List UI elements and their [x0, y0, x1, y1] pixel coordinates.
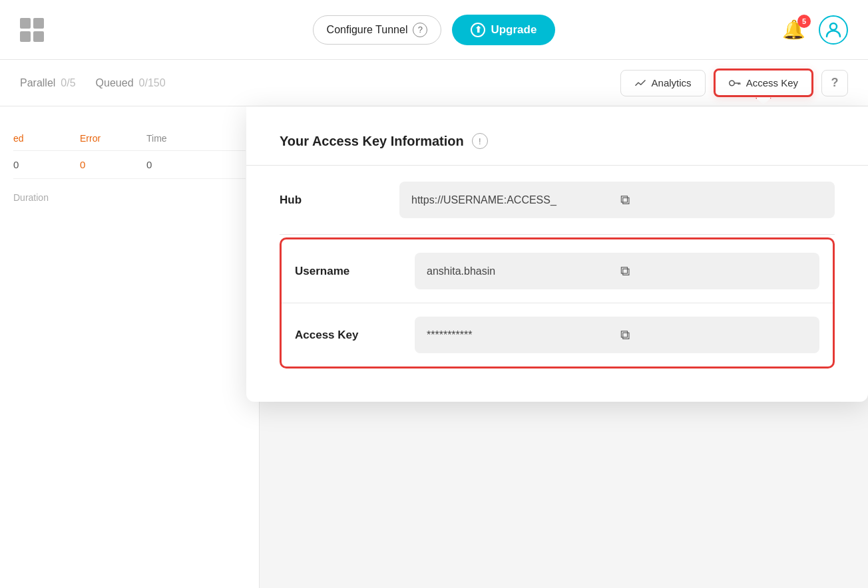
- queued-label: Queued: [96, 77, 134, 89]
- col-error-header: ed: [13, 133, 67, 144]
- grid-cell-3: [20, 31, 31, 42]
- help-button[interactable]: ?: [821, 70, 848, 96]
- username-label: Username: [295, 265, 388, 278]
- access-key-label: Access Key: [746, 77, 798, 88]
- header-left: [20, 18, 44, 42]
- parallel-value: 0/5: [61, 77, 75, 89]
- access-key-button[interactable]: Access Key: [714, 69, 813, 97]
- col-ed-value: 0: [13, 159, 67, 170]
- panel-title-row: Your Access Key Information !: [280, 133, 835, 149]
- upgrade-label: Upgrade: [491, 23, 537, 37]
- access-key-panel: Your Access Key Information ! Hub https:…: [246, 106, 868, 402]
- configure-tunnel-help-icon: ?: [413, 23, 427, 37]
- user-avatar[interactable]: [819, 15, 848, 45]
- col-error-label: Error: [80, 133, 133, 144]
- header-right: 🔔 5: [782, 15, 848, 45]
- header-center: Configure Tunnel ? ⬆ Upgrade: [313, 15, 556, 45]
- left-panel: ed Error Time 0 0 0 Duration: [0, 106, 260, 588]
- access-key-row: Access Key *********** ⧉: [282, 303, 833, 367]
- access-key-value-container: *********** ⧉: [415, 317, 819, 353]
- parallel-stat: Parallel 0/5: [20, 77, 76, 89]
- toolbar-stats: Parallel 0/5 Queued 0/150: [20, 77, 166, 89]
- notification-badge: 5: [797, 15, 811, 28]
- svg-point-1: [729, 80, 734, 86]
- configure-tunnel-button[interactable]: Configure Tunnel ?: [313, 15, 442, 45]
- username-value: anshita.bhasin: [427, 265, 612, 277]
- hub-value: https://USERNAME:ACCESS_: [411, 194, 612, 206]
- analytics-label: Analytics: [652, 77, 692, 88]
- panel-title: Your Access Key Information: [280, 134, 464, 149]
- table-data-row: 0 0 0: [13, 151, 246, 179]
- panel-info-icon[interactable]: !: [472, 133, 488, 149]
- notification-button[interactable]: 🔔 5: [782, 19, 805, 41]
- user-icon: [823, 20, 843, 40]
- access-key-copy-icon[interactable]: ⧉: [619, 326, 807, 344]
- svg-point-0: [830, 23, 837, 30]
- toolbar: Parallel 0/5 Queued 0/150 Analytics Acce…: [0, 60, 868, 106]
- duration-row: Duration: [13, 179, 246, 203]
- grid-cell-2: [33, 18, 44, 29]
- access-key-field-label: Access Key: [295, 329, 388, 342]
- main-content: ed Error Time 0 0 0 Duration Your Access…: [0, 106, 868, 588]
- help-icon: ?: [831, 76, 839, 90]
- col-time-label: Time: [146, 133, 200, 144]
- highlighted-section: Username anshita.bhasin ⧉ Access Key ***…: [280, 237, 835, 368]
- hub-label: Hub: [280, 194, 373, 207]
- header: Configure Tunnel ? ⬆ Upgrade 🔔 5: [0, 0, 868, 60]
- grid-icon[interactable]: [20, 18, 44, 42]
- username-value-container: anshita.bhasin ⧉: [415, 253, 819, 289]
- hub-copy-icon[interactable]: ⧉: [619, 191, 823, 209]
- grid-cell-4: [33, 31, 44, 42]
- hub-value-container: https://USERNAME:ACCESS_ ⧉: [399, 182, 835, 218]
- grid-cell-1: [20, 18, 31, 29]
- analytics-icon: [634, 77, 646, 89]
- username-row: Username anshita.bhasin ⧉: [282, 239, 833, 303]
- upgrade-button[interactable]: ⬆ Upgrade: [452, 15, 555, 45]
- hub-row: Hub https://USERNAME:ACCESS_ ⧉: [280, 166, 835, 235]
- key-icon: [729, 78, 741, 88]
- configure-tunnel-label: Configure Tunnel: [327, 24, 408, 36]
- access-key-value: ***********: [427, 329, 612, 341]
- upgrade-icon: ⬆: [471, 23, 485, 37]
- col-time-value: 0: [146, 159, 200, 170]
- col-error-value: 0: [80, 159, 133, 170]
- queued-value: 0/150: [139, 77, 166, 89]
- parallel-label: Parallel: [20, 77, 55, 89]
- table-header-row: ed Error Time: [13, 126, 246, 151]
- username-copy-icon[interactable]: ⧉: [619, 262, 807, 280]
- duration-label: Duration: [13, 192, 49, 203]
- queued-stat: Queued 0/150: [96, 77, 166, 89]
- analytics-button[interactable]: Analytics: [620, 70, 706, 96]
- toolbar-buttons: Analytics Access Key ?: [620, 69, 848, 97]
